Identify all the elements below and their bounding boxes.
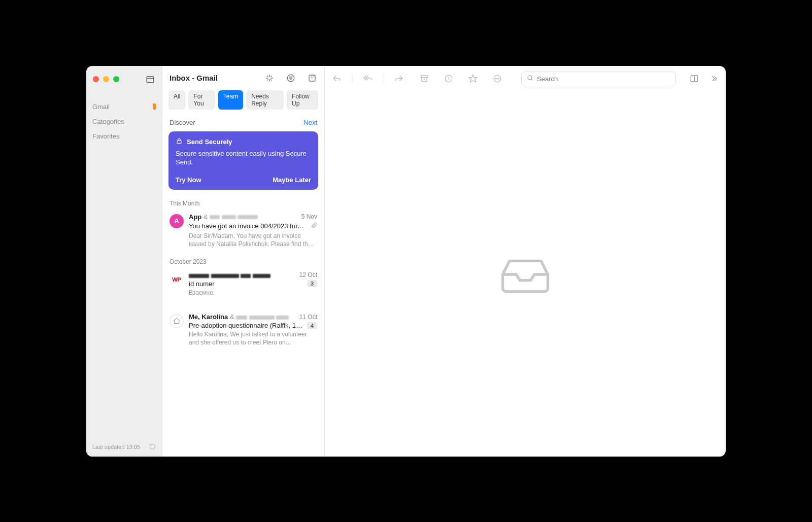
search-input[interactable]: [537, 75, 670, 83]
thread-count-badge: 4: [307, 322, 317, 329]
message-subject: Pre-adoption questionnaire (Ralfik, 1282…: [189, 322, 303, 329]
sidebar-item-label: Gmail: [92, 103, 110, 111]
section-header: This Month: [162, 195, 324, 209]
reply-icon[interactable]: [332, 74, 342, 84]
svg-line-25: [531, 79, 533, 80]
svg-point-21: [495, 78, 496, 79]
svg-rect-15: [177, 141, 181, 143]
sidebar-item-categories[interactable]: Categories: [86, 114, 162, 129]
reading-pane: [325, 66, 726, 457]
message-preview: Dear Sir/Madam, You have got an invoice …: [189, 232, 317, 248]
discover-label: Discover: [170, 119, 195, 126]
list-header: Inbox - Gmail: [162, 66, 324, 88]
svg-point-24: [528, 75, 532, 79]
snooze-icon[interactable]: [444, 74, 454, 84]
sidebar-item-gmail[interactable]: Gmail: [86, 99, 162, 114]
avatar: [170, 314, 184, 328]
star-icon[interactable]: [468, 74, 478, 84]
sparkle-icon[interactable]: [264, 73, 275, 83]
forward-icon[interactable]: [394, 74, 404, 84]
avatar: WP: [170, 272, 184, 287]
attachment-icon: [311, 222, 317, 231]
message-subject: id numer: [189, 280, 303, 288]
last-updated-label: Last updated 13:05: [92, 444, 140, 450]
svg-point-23: [498, 78, 499, 79]
promo-maybe-later-button[interactable]: Maybe Later: [273, 176, 311, 184]
section-header: October 2023: [162, 253, 324, 267]
close-window-button[interactable]: [93, 76, 99, 82]
discover-next-link[interactable]: Next: [303, 119, 317, 126]
message-row[interactable]: Me, Karolina & 11 Oct Pre-adoption quest…: [162, 309, 324, 352]
message-sender: [189, 271, 270, 279]
filter-team[interactable]: Team: [218, 90, 243, 110]
message-sender: Me, Karolina &: [189, 313, 289, 321]
message-list-column: Inbox - Gmail All For You Team Needs Rep…: [162, 66, 325, 457]
avatar: A: [170, 214, 184, 228]
message-sender: App &: [189, 213, 258, 221]
compose-icon[interactable]: [307, 73, 317, 83]
promo-body: Secure sensitive content easily using Se…: [176, 149, 311, 167]
message-row[interactable]: WP 12 Oct id numer 3 Взаємно.: [162, 267, 324, 302]
message-row[interactable]: A App & 5 Nov You have got an invoice 00…: [162, 209, 324, 253]
minimize-window-button[interactable]: [103, 76, 109, 82]
maximize-window-button[interactable]: [113, 76, 119, 82]
filter-follow-up[interactable]: Follow Up: [287, 90, 318, 110]
svg-point-22: [497, 78, 498, 79]
lock-icon: [176, 137, 183, 146]
svg-rect-26: [691, 76, 698, 82]
sidebar-item-label: Categories: [92, 118, 124, 125]
svg-line-9: [267, 79, 268, 80]
svg-line-6: [267, 76, 268, 77]
message-date: 11 Oct: [299, 314, 317, 321]
app-window: Gmail Categories Favorites Last updated …: [86, 66, 726, 457]
message-date: 5 Nov: [301, 213, 317, 220]
archive-icon[interactable]: [419, 74, 429, 84]
filter-all[interactable]: All: [168, 90, 185, 110]
svg-rect-0: [147, 76, 154, 82]
message-preview: Hello Karolina, We just talked to a volu…: [189, 330, 317, 346]
panel-toggle-icon[interactable]: [689, 74, 699, 84]
message-date: 12 Oct: [299, 271, 317, 279]
filter-row: All For You Team Needs Reply Follow Up: [162, 88, 324, 115]
search-field[interactable]: [521, 72, 676, 86]
overflow-icon[interactable]: [708, 74, 719, 84]
search-icon: [527, 75, 534, 83]
reply-all-icon[interactable]: [363, 74, 373, 84]
sidebar-footer: Last updated 13:05: [86, 438, 162, 457]
reading-toolbar: [325, 66, 726, 92]
promo-title: Send Securely: [187, 138, 232, 146]
list-title: Inbox - Gmail: [170, 74, 218, 82]
svg-line-8: [270, 76, 272, 77]
unread-indicator: [153, 103, 156, 110]
promo-try-now-button[interactable]: Try Now: [176, 176, 201, 184]
calendar-icon[interactable]: [145, 74, 155, 84]
message-preview: Взаємно.: [189, 289, 317, 297]
message-subject: You have got an invoice 004/2023 from Na…: [189, 222, 308, 230]
thread-count-badge: 3: [307, 280, 317, 287]
discover-row: Discover Next: [162, 115, 324, 129]
filter-icon[interactable]: [286, 73, 296, 83]
filter-needs-reply[interactable]: Needs Reply: [246, 90, 284, 110]
svg-marker-19: [469, 75, 477, 82]
svg-line-7: [270, 79, 272, 80]
sidebar: Gmail Categories Favorites Last updated …: [86, 66, 162, 457]
svg-rect-16: [421, 76, 428, 78]
sidebar-nav: Gmail Categories Favorites: [86, 89, 162, 144]
more-icon[interactable]: [492, 74, 502, 84]
empty-inbox-placeholder: [325, 92, 726, 457]
sidebar-item-label: Favorites: [92, 132, 119, 140]
filter-for-you[interactable]: For You: [188, 90, 215, 110]
sidebar-item-favorites[interactable]: Favorites: [86, 129, 162, 144]
window-controls: [86, 66, 162, 89]
refresh-icon[interactable]: [149, 443, 156, 450]
promo-card: Send Securely Secure sensitive content e…: [168, 131, 318, 190]
